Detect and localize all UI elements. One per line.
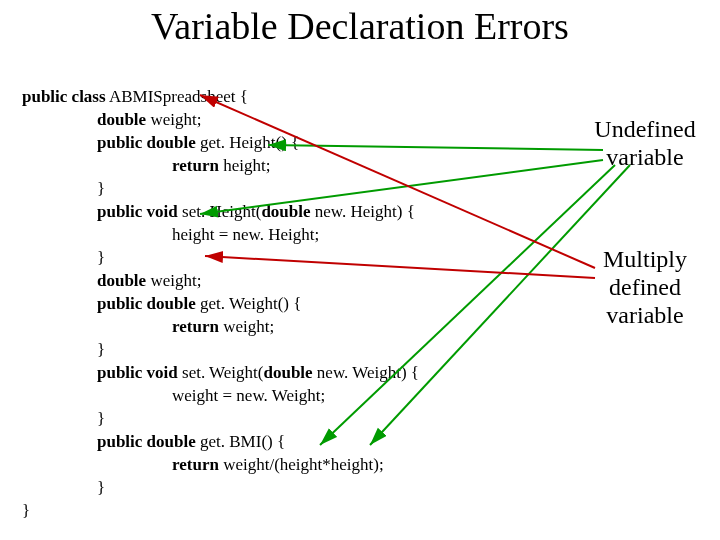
code-line-18: } (22, 476, 105, 499)
code-line-10: public double get. Weight() { (22, 292, 301, 315)
slide-title: Variable Declaration Errors (0, 4, 720, 48)
code-line-19: } (22, 501, 30, 520)
code-line-9: double weight; (22, 269, 201, 292)
code-line-11: return weight; (22, 315, 274, 338)
annotation-undefined-variable: Undefined variable (585, 115, 705, 171)
code-line-15: } (22, 407, 105, 430)
annotation-multiply-defined-variable: Multiply defined variable (585, 245, 705, 329)
code-line-6: public void set. Height(double new. Heig… (22, 200, 415, 223)
code-line-16: public double get. BMI() { (22, 430, 285, 453)
code-line-14: weight = new. Weight; (22, 384, 325, 407)
code-line-3: public double get. Height() { (22, 131, 299, 154)
code-line-13: public void set. Weight(double new. Weig… (22, 361, 419, 384)
code-line-2: double weight; (22, 108, 201, 131)
code-line-5: } (22, 177, 105, 200)
code-line-1: public class ABMISpreadsheet { (22, 87, 248, 106)
code-line-4: return height; (22, 154, 270, 177)
code-line-17: return weight/(height*height); (22, 453, 384, 476)
code-line-12: } (22, 338, 105, 361)
code-block: public class ABMISpreadsheet { double we… (22, 62, 419, 522)
code-line-8: } (22, 246, 105, 269)
slide: Variable Declaration Errors public class… (0, 0, 720, 540)
code-line-7: height = new. Height; (22, 223, 319, 246)
